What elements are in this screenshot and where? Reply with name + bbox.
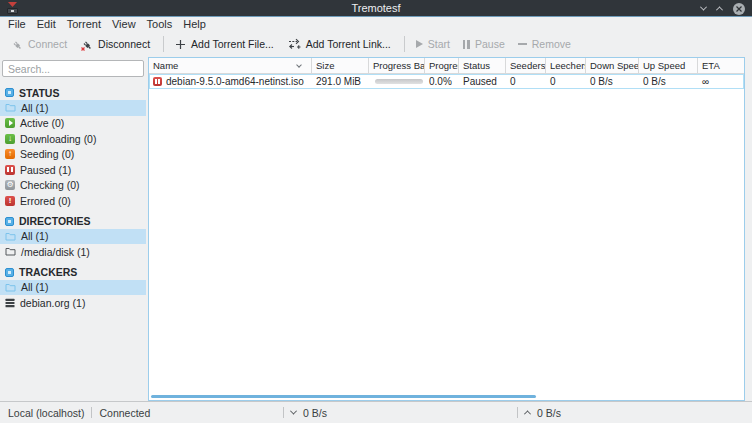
start-button[interactable]: Start	[416, 38, 450, 50]
plug-disconnect-icon	[80, 38, 93, 51]
window-title: Tremotesf	[0, 0, 752, 17]
horizontal-scrollbar[interactable]	[151, 395, 536, 398]
sidebar-item-debian-org[interactable]: debian.org (1)	[0, 295, 146, 311]
sidebar-item-media-disk[interactable]: /media/disk (1)	[0, 244, 146, 260]
torrent-name: debian-9.5.0-amd64-netinst.iso	[166, 76, 304, 87]
torrent-size: 291.0 MiB	[312, 76, 369, 87]
torrent-progress: 0.0%	[425, 76, 459, 87]
sidebar-item-checking[interactable]: ⚙ Checking (0)	[0, 178, 146, 194]
toolbar-separator	[404, 36, 405, 52]
sidebar-item-paused[interactable]: Paused (1)	[0, 162, 146, 178]
connection-state: Connected	[99, 407, 150, 419]
column-header-progress-bar[interactable]: Progress Bar	[369, 58, 425, 73]
folder-blue-icon	[5, 103, 16, 112]
torrent-down-speed: 0 B/s	[586, 76, 639, 87]
column-header-eta[interactable]: ETA	[698, 58, 744, 73]
disconnect-button[interactable]: Disconnect	[80, 38, 150, 51]
upload-speed-group: 0 B/s	[517, 402, 561, 423]
folder-blue-icon	[5, 232, 16, 241]
table-row[interactable]: debian-9.5.0-amd64-netinst.iso 291.0 MiB…	[149, 74, 744, 89]
arrow-up-orange-icon: ↑	[5, 149, 15, 159]
gear-gray-icon: ⚙	[5, 180, 15, 190]
plus-icon	[175, 39, 186, 50]
column-header-name[interactable]: Name	[149, 58, 312, 73]
menu-edit[interactable]: Edit	[37, 18, 56, 31]
maximize-icon[interactable]	[716, 6, 723, 13]
menu-help[interactable]: Help	[183, 18, 206, 31]
statusbar-up-speed: 0 B/s	[537, 407, 561, 419]
torrent-status: Paused	[459, 76, 506, 87]
plug-connect-icon	[10, 38, 23, 51]
column-header-leechers[interactable]: Leechers	[546, 58, 586, 73]
add-torrent-link-button[interactable]: Add Torrent Link...	[287, 38, 391, 50]
title-bar: Tremotesf	[0, 0, 752, 17]
sidebar-item-downloading[interactable]: ↓ Downloading (0)	[0, 131, 146, 147]
column-header-size[interactable]: Size	[312, 58, 369, 73]
minimize-icon[interactable]	[700, 4, 707, 11]
menu-file[interactable]: File	[8, 18, 26, 31]
column-header-seeders[interactable]: Seeders	[506, 58, 546, 73]
menu-torrent[interactable]: Torrent	[67, 18, 101, 31]
sidebar-item-errored[interactable]: ! Errored (0)	[0, 193, 146, 209]
tremotesf-window: Tremotesf File Edit Torrent View Tools H…	[0, 0, 752, 423]
statusbar-down-speed: 0 B/s	[303, 407, 327, 419]
category-icon	[5, 88, 14, 97]
tracker-server-icon	[5, 298, 15, 308]
search-input[interactable]	[2, 60, 144, 77]
link-arrows-icon	[287, 38, 301, 50]
menu-view[interactable]: View	[112, 18, 136, 31]
download-arrow-icon	[290, 408, 297, 415]
toolbar: Connect Disconnect	[0, 31, 752, 57]
close-icon[interactable]	[733, 3, 745, 15]
play-green-icon	[5, 118, 15, 128]
torrent-eta: ∞	[698, 76, 744, 87]
main-content: STATUS All (1) Active (0) ↓ Downloading …	[0, 57, 752, 401]
category-icon	[5, 217, 14, 226]
window-controls	[701, 0, 745, 17]
play-icon	[416, 40, 423, 48]
folder-dark-icon	[5, 247, 16, 256]
directories-section-header[interactable]: DIRECTORIES	[0, 214, 146, 229]
connect-button[interactable]: Connect	[10, 38, 67, 51]
status-section-header[interactable]: STATUS	[0, 85, 146, 100]
folder-blue-icon	[5, 283, 16, 292]
torrent-leechers: 0	[546, 76, 586, 87]
menu-tools[interactable]: Tools	[147, 18, 173, 31]
statusbar-separator	[283, 407, 284, 418]
sidebar-item-trackers-all[interactable]: All (1)	[0, 280, 146, 296]
statusbar-separator	[517, 407, 518, 418]
trackers-section-header[interactable]: TRACKERS	[0, 265, 146, 280]
pause-red-icon	[5, 165, 15, 175]
filters-sidebar: STATUS All (1) Active (0) ↓ Downloading …	[0, 57, 146, 401]
pause-button[interactable]: Pause	[463, 38, 505, 50]
sidebar-item-directories-all[interactable]: All (1)	[0, 229, 146, 245]
column-header-up-speed[interactable]: Up Speed	[639, 58, 698, 73]
download-speed-group: 0 B/s	[283, 402, 327, 423]
table-header-row: Name Size Progress Bar Progress Status S…	[149, 58, 744, 74]
sidebar-item-status-all[interactable]: All (1)	[0, 100, 146, 116]
minus-icon	[518, 43, 527, 45]
sidebar-item-active[interactable]: Active (0)	[0, 116, 146, 132]
category-icon	[5, 268, 14, 277]
add-torrent-file-button[interactable]: Add Torrent File...	[175, 38, 274, 50]
arrow-down-green-icon: ↓	[5, 134, 15, 144]
column-header-status[interactable]: Status	[459, 58, 506, 73]
pause-icon	[463, 40, 470, 49]
column-header-down-speed[interactable]: Down Speed	[586, 58, 639, 73]
sort-descending-icon	[296, 62, 302, 68]
paused-torrent-icon	[153, 77, 162, 86]
remove-button[interactable]: Remove	[518, 38, 571, 50]
torrent-seeders: 0	[506, 76, 546, 87]
upload-arrow-icon	[524, 410, 531, 417]
torrent-table: Name Size Progress Bar Progress Status S…	[148, 57, 745, 401]
column-header-progress[interactable]: Progress	[425, 58, 459, 73]
connection-status-group: Local (localhost) Connected	[8, 402, 150, 423]
torrent-up-speed: 0 B/s	[639, 76, 698, 87]
toolbar-separator	[163, 36, 164, 52]
statusbar-separator	[91, 407, 92, 418]
error-red-icon: !	[5, 196, 15, 206]
status-bar: Local (localhost) Connected 0 B/s 0 B/s	[0, 401, 752, 423]
server-name: Local (localhost)	[8, 407, 84, 419]
progress-bar	[375, 79, 423, 84]
sidebar-item-seeding[interactable]: ↑ Seeding (0)	[0, 147, 146, 163]
